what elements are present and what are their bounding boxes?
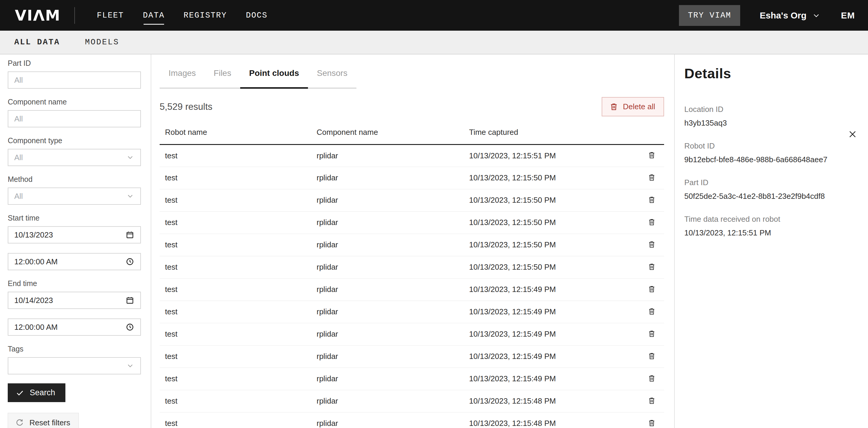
robot-name-cell: test: [160, 278, 311, 301]
table-row[interactable]: test rplidar 10/13/2023, 12:15:48 PM: [160, 390, 664, 412]
table-row[interactable]: test rplidar 10/13/2023, 12:15:50 PM: [160, 167, 664, 189]
details-field-value: 9b12ebcf-bfe8-486e-988b-6a668648aee7: [684, 155, 856, 164]
delete-row-button[interactable]: [646, 194, 657, 205]
org-switcher[interactable]: Esha's Org: [760, 10, 820, 21]
trash-icon: [647, 352, 656, 361]
filter-method: Method All: [8, 175, 143, 205]
delete-row-button[interactable]: [646, 306, 657, 317]
search-button[interactable]: Search: [8, 383, 65, 402]
delete-row-button[interactable]: [646, 418, 657, 428]
details-field-label: Part ID: [684, 178, 856, 187]
trash-icon: [647, 173, 656, 182]
clock-icon[interactable]: [125, 323, 134, 332]
table-row[interactable]: test rplidar 10/13/2023, 12:15:51 PM: [160, 144, 664, 167]
details-field-label: Robot ID: [684, 141, 856, 151]
tags-select[interactable]: [8, 357, 141, 374]
part-id-input[interactable]: [8, 72, 141, 89]
org-name: Esha's Org: [760, 10, 806, 21]
delete-all-button[interactable]: Delete all: [602, 97, 664, 116]
table-row[interactable]: test rplidar 10/13/2023, 12:15:50 PM: [160, 211, 664, 234]
component-type-label: Component type: [8, 136, 143, 145]
data-type-tab[interactable]: Files: [205, 66, 240, 89]
viam-app: VIΛM FLEETDATAREGISTRYDOCS TRY VIAM Esha…: [0, 0, 868, 428]
component-name-cell: rplidar: [311, 211, 464, 234]
delete-row-button[interactable]: [646, 373, 657, 384]
time-captured-cell: 10/13/2023, 12:15:50 PM: [464, 211, 639, 234]
try-viam-button[interactable]: TRY VIAM: [679, 5, 740, 26]
start-date-value: 10/13/2023: [14, 230, 53, 239]
data-type-tab[interactable]: Images: [160, 66, 205, 89]
trash-icon: [647, 330, 656, 338]
component-type-select[interactable]: All: [8, 149, 141, 166]
table-row[interactable]: test rplidar 10/13/2023, 12:15:50 PM: [160, 256, 664, 278]
component-name-cell: rplidar: [311, 345, 464, 368]
details-field-value: 50f25de2-5a3c-41e2-8b81-23e2f9b4cdf8: [684, 192, 856, 201]
time-captured-cell: 10/13/2023, 12:15:49 PM: [464, 278, 639, 301]
component-name-cell: rplidar: [311, 234, 464, 256]
delete-row-button[interactable]: [646, 328, 657, 339]
close-details-button[interactable]: [847, 129, 858, 140]
delete-row-button[interactable]: [646, 172, 657, 183]
details-field-value: 10/13/2023, 12:15:51 PM: [684, 228, 856, 237]
tags-label: Tags: [8, 345, 143, 353]
table-row[interactable]: test rplidar 10/13/2023, 12:15:49 PM: [160, 323, 664, 345]
body-row: Part ID Component name Component type Al…: [0, 54, 868, 428]
end-date-input[interactable]: 10/14/2023: [8, 292, 141, 309]
calendar-icon[interactable]: [125, 296, 134, 305]
robot-name-cell: test: [160, 301, 311, 323]
table-row[interactable]: test rplidar 10/13/2023, 12:15:49 PM: [160, 368, 664, 390]
nav-item[interactable]: DOCS: [246, 11, 268, 20]
nav-item[interactable]: FLEET: [97, 11, 124, 20]
table-body: test rplidar 10/13/2023, 12:15:51 PM t: [160, 144, 664, 428]
component-name-cell: rplidar: [311, 368, 464, 390]
end-time-label: End time: [8, 279, 143, 288]
delete-row-button[interactable]: [646, 284, 657, 295]
close-icon: [848, 130, 857, 139]
filter-end-time: End time 10/14/2023 12:00:00 AM: [8, 279, 143, 336]
trash-icon: [647, 396, 656, 405]
robot-name-cell: test: [160, 412, 311, 428]
time-captured-cell: 10/13/2023, 12:15:50 PM: [464, 167, 639, 189]
component-name-input[interactable]: [8, 110, 141, 127]
method-select[interactable]: All: [8, 188, 141, 205]
search-button-label: Search: [30, 388, 55, 397]
end-clock-input[interactable]: 12:00:00 AM: [8, 318, 141, 336]
nav-item[interactable]: DATA: [143, 11, 165, 20]
delete-row-button[interactable]: [646, 217, 657, 228]
table-row[interactable]: test rplidar 10/13/2023, 12:15:49 PM: [160, 278, 664, 301]
trash-icon: [647, 419, 656, 427]
filter-component-type: Component type All: [8, 136, 143, 166]
robot-name-cell: test: [160, 234, 311, 256]
details-panel: Details Location ID h3yb135aq3 Robot ID …: [675, 54, 868, 428]
secondary-nav: ALL DATAMODELS: [0, 31, 868, 54]
table-row[interactable]: test rplidar 10/13/2023, 12:15:48 PM: [160, 412, 664, 428]
delete-row-button[interactable]: [646, 351, 657, 362]
start-date-input[interactable]: 10/13/2023: [8, 226, 141, 244]
data-type-tab[interactable]: Sensors: [308, 66, 356, 89]
component-name-cell: rplidar: [311, 412, 464, 428]
subnav-item[interactable]: MODELS: [85, 38, 119, 47]
table-row[interactable]: test rplidar 10/13/2023, 12:15:49 PM: [160, 301, 664, 323]
delete-row-button[interactable]: [646, 395, 657, 406]
table-row[interactable]: test rplidar 10/13/2023, 12:15:50 PM: [160, 189, 664, 211]
results-row: 5,529 results Delete all: [160, 97, 664, 117]
trash-icon: [609, 103, 618, 111]
clock-icon[interactable]: [125, 257, 134, 266]
delete-row-button[interactable]: [646, 150, 657, 161]
delete-row-button[interactable]: [646, 261, 657, 272]
start-clock-input[interactable]: 12:00:00 AM: [8, 253, 141, 270]
nav-item[interactable]: REGISTRY: [184, 11, 227, 20]
reset-filters-button[interactable]: Reset filters: [8, 413, 79, 428]
subnav-item[interactable]: ALL DATA: [14, 38, 60, 47]
time-captured-cell: 10/13/2023, 12:15:49 PM: [464, 345, 639, 368]
table-row[interactable]: test rplidar 10/13/2023, 12:15:50 PM: [160, 234, 664, 256]
viam-logo[interactable]: VIΛM: [15, 7, 61, 24]
table-row[interactable]: test rplidar 10/13/2023, 12:15:49 PM: [160, 345, 664, 368]
user-avatar[interactable]: EM: [841, 10, 855, 21]
data-type-tab[interactable]: Point clouds: [240, 66, 308, 89]
filter-part-id: Part ID: [8, 59, 143, 89]
delete-row-button[interactable]: [646, 239, 657, 250]
details-field: Location ID h3yb135aq3: [684, 105, 856, 128]
calendar-icon[interactable]: [125, 230, 134, 239]
component-name-label: Component name: [8, 97, 143, 106]
